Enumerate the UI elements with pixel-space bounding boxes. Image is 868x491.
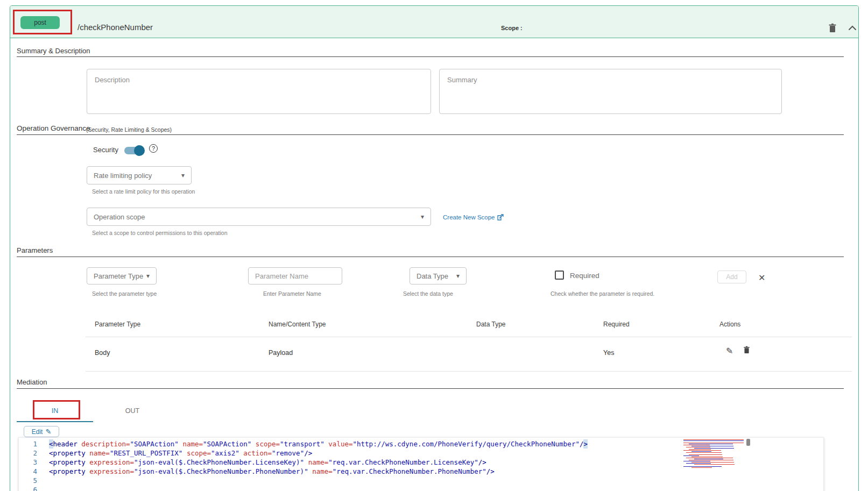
required-checkbox-label: Required xyxy=(570,272,599,280)
security-toggle-knob xyxy=(134,145,145,156)
data-type-select-value: Data Type xyxy=(417,272,448,280)
code-line[interactable]: 5 xyxy=(19,476,823,485)
external-link-icon xyxy=(497,214,504,220)
parameter-name-input[interactable] xyxy=(248,267,342,284)
rate-limit-helper: Select a rate limit policy for this oper… xyxy=(92,188,195,195)
operation-header: post /checkPhoneNumber Scope : xyxy=(10,6,858,38)
parameter-type-select[interactable]: Parameter Type ▾ xyxy=(87,267,157,284)
edit-parameter-icon[interactable]: ✎ xyxy=(726,346,733,356)
security-label: Security xyxy=(93,146,118,154)
section-rule xyxy=(17,56,844,57)
section-rule xyxy=(17,388,844,389)
active-tab-indicator xyxy=(17,421,93,422)
section-subtitle-governance: (Security, Rate Limiting & Scopes) xyxy=(86,126,172,133)
code-line[interactable]: 6 xyxy=(19,485,823,491)
parameter-type-select-value: Parameter Type xyxy=(94,272,143,280)
tab-out[interactable]: OUT xyxy=(94,407,171,415)
required-checkbox[interactable] xyxy=(555,271,564,280)
rate-limit-select-value: Rate limiting policy xyxy=(94,172,152,180)
operation-scope-helper: Select a scope to control permissions to… xyxy=(92,230,228,236)
parameter-type-helper: Select the parameter type xyxy=(92,290,157,297)
col-header-name-content-type: Name/Content Type xyxy=(269,321,326,328)
section-title-summary: Summary & Description xyxy=(17,47,90,55)
chevron-down-icon: ▾ xyxy=(146,272,150,280)
summary-textarea[interactable] xyxy=(439,69,782,114)
operation-scope-select-value: Operation scope xyxy=(94,213,145,221)
chevron-down-icon: ▾ xyxy=(456,272,460,280)
section-title-governance: Operation Governance xyxy=(17,124,90,132)
delete-parameter-icon[interactable] xyxy=(743,346,750,354)
section-title-mediation: Mediation xyxy=(17,378,47,386)
description-textarea[interactable] xyxy=(87,69,431,114)
data-type-helper: Select the data type xyxy=(403,290,453,297)
section-rule xyxy=(17,257,844,257)
section-rule xyxy=(17,134,844,135)
chevron-down-icon: ▾ xyxy=(181,172,185,179)
delete-operation-icon[interactable] xyxy=(828,23,837,33)
section-title-parameters: Parameters xyxy=(17,246,53,254)
editor-scrollbar-thumb[interactable] xyxy=(746,439,750,446)
help-icon[interactable]: ? xyxy=(149,144,158,153)
data-type-select[interactable]: Data Type ▾ xyxy=(410,267,467,284)
cell-name-content-type: Payload xyxy=(269,349,293,357)
editor-minimap[interactable] xyxy=(683,439,746,469)
code-editor[interactable]: 1<header description="SOAPAction" name="… xyxy=(18,437,824,491)
col-header-parameter-type: Parameter Type xyxy=(95,321,140,328)
add-parameter-button[interactable]: Add xyxy=(717,271,746,283)
parameter-name-helper: Enter Parameter Name xyxy=(263,290,321,297)
close-icon[interactable]: ✕ xyxy=(758,273,765,283)
http-method-badge[interactable]: post xyxy=(20,16,60,29)
operation-scope-select[interactable]: Operation scope ▾ xyxy=(87,208,431,226)
security-toggle[interactable] xyxy=(124,147,144,154)
required-helper: Check whether the parameter is required. xyxy=(551,290,654,297)
pencil-icon: ✎ xyxy=(45,428,51,436)
collapse-chevron-up-icon[interactable] xyxy=(848,25,857,31)
col-header-actions: Actions xyxy=(719,321,740,328)
api-operation-panel: post /checkPhoneNumber Scope : Summary &… xyxy=(0,0,868,491)
scope-label: Scope : xyxy=(501,25,523,31)
col-header-required: Required xyxy=(603,321,630,328)
chevron-down-icon: ▾ xyxy=(421,213,424,220)
table-divider xyxy=(86,371,852,372)
resource-path: /checkPhoneNumber xyxy=(77,23,153,32)
create-new-scope-link[interactable]: Create New Scope xyxy=(443,214,504,220)
tab-in[interactable]: IN xyxy=(17,407,93,415)
operation-card: post /checkPhoneNumber Scope : Summary &… xyxy=(10,5,859,491)
cell-required: Yes xyxy=(603,349,614,357)
rate-limit-select[interactable]: Rate limiting policy ▾ xyxy=(87,166,192,184)
table-divider xyxy=(86,337,852,337)
edit-mediation-button[interactable]: Edit ✎ xyxy=(24,426,59,437)
cell-parameter-type: Body xyxy=(95,349,110,357)
col-header-data-type: Data Type xyxy=(476,321,505,328)
